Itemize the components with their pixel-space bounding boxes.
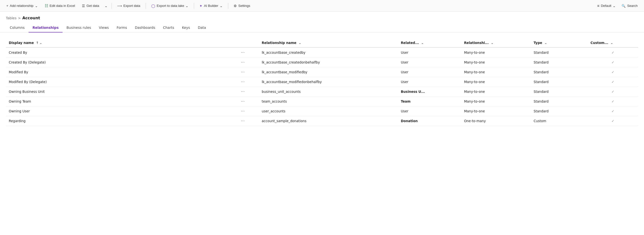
cell-related: User xyxy=(398,77,461,87)
cell-dots-menu[interactable]: ⋯ xyxy=(227,58,258,67)
column-header-relationship-name[interactable]: Relationship name ⌄ xyxy=(259,38,398,48)
tab-business-rules[interactable]: Business rules xyxy=(62,23,95,32)
cell-dots-menu[interactable]: ⋯ xyxy=(227,96,258,106)
breadcrumb-tables-link[interactable]: Tables xyxy=(6,16,16,20)
tab-data[interactable]: Data xyxy=(194,23,210,32)
column-header-relationship-type[interactable]: Relationshi... ⌄ xyxy=(461,38,531,48)
dots-icon[interactable]: ⋯ xyxy=(241,99,245,104)
cell-dots-menu[interactable]: ⋯ xyxy=(227,77,258,87)
get-data-button[interactable]: ☰ Get data xyxy=(80,3,102,9)
ai-builder-chevron: ⌄ xyxy=(220,4,223,8)
cell-custom: ✓ xyxy=(588,96,638,106)
sort-desc-icon-related: ⌄ xyxy=(421,41,424,45)
tab-relationships[interactable]: Relationships xyxy=(28,23,62,32)
cell-type: Standard xyxy=(530,96,588,106)
table-row[interactable]: Owning User⋯user_accountsUserMany-to-one… xyxy=(6,106,638,116)
gear-icon: ⚙ xyxy=(234,4,237,8)
default-chevron: ⌄ xyxy=(613,4,616,8)
cell-relationship-name: lk_accountbase_createdonbehalfby xyxy=(259,58,398,67)
cell-display-name: Created By xyxy=(6,48,227,58)
export-data-button[interactable]: ⟶ Export data xyxy=(114,3,143,9)
cell-display-name: Owning Business Unit xyxy=(6,87,227,96)
table-row[interactable]: Owning Team⋯team_accountsTeamMany-to-one… xyxy=(6,96,638,106)
table-body: Created By⋯lk_accountbase_createdbyUserM… xyxy=(6,48,638,126)
dots-icon[interactable]: ⋯ xyxy=(241,118,245,123)
dots-icon[interactable]: ⋯ xyxy=(241,70,245,74)
export-lake-button[interactable]: ◯ Export to data lake ⌄ xyxy=(149,3,191,9)
tab-columns[interactable]: Columns xyxy=(6,23,28,32)
cell-dots-menu[interactable]: ⋯ xyxy=(227,48,258,58)
cell-related: User xyxy=(398,58,461,67)
dots-icon[interactable]: ⋯ xyxy=(241,50,245,55)
table-header-row: Display name ↑ ⌄ Relationship name ⌄ Rel… xyxy=(6,38,638,48)
cell-relationship-name: lk_accountbase_modifiedby xyxy=(259,67,398,77)
cell-dots-menu[interactable]: ⋯ xyxy=(227,116,258,126)
table-row[interactable]: Modified By⋯lk_accountbase_modifiedbyUse… xyxy=(6,67,638,77)
cell-related: User xyxy=(398,67,461,77)
settings-label: Settings xyxy=(238,4,250,8)
sort-desc-icon-custom: ⌄ xyxy=(610,41,613,45)
get-data-chevron-icon: ⌄ xyxy=(104,4,108,8)
cell-type: Standard xyxy=(530,77,588,87)
column-header-related[interactable]: Related... ⌄ xyxy=(398,38,461,48)
cell-custom: ✓ xyxy=(588,67,638,77)
cell-related: Donation xyxy=(398,116,461,126)
column-header-display-name[interactable]: Display name ↑ ⌄ xyxy=(6,38,227,48)
cell-type: Standard xyxy=(530,87,588,96)
table-row[interactable]: Created By⋯lk_accountbase_createdbyUserM… xyxy=(6,48,638,58)
cell-dots-menu[interactable]: ⋯ xyxy=(227,87,258,96)
tab-views[interactable]: Views xyxy=(95,23,113,32)
toolbar-divider-4 xyxy=(228,3,228,9)
dots-icon[interactable]: ⋯ xyxy=(241,60,245,64)
cell-display-name: Created By (Delegate) xyxy=(6,58,227,67)
checkmark-icon: ✓ xyxy=(612,80,614,84)
cell-relationship-type: Many-to-one xyxy=(461,48,531,58)
export-lake-label: Export to data lake xyxy=(157,4,184,8)
settings-button[interactable]: ⚙ Settings xyxy=(231,3,253,9)
cell-relationship-name: lk_accountbase_modifiedonbehalfby xyxy=(259,77,398,87)
tab-keys[interactable]: Keys xyxy=(178,23,194,32)
edit-excel-label: Edit data in Excel xyxy=(50,4,75,8)
cell-relationship-name: user_accounts xyxy=(259,106,398,116)
cell-relationship-name: team_accounts xyxy=(259,96,398,106)
export-icon: ⟶ xyxy=(117,4,122,8)
edit-excel-button[interactable]: ☷ Edit data in Excel xyxy=(42,2,78,9)
checkmark-icon: ✓ xyxy=(612,109,614,113)
cell-custom: ✓ xyxy=(588,116,638,126)
tab-forms[interactable]: Forms xyxy=(113,23,131,32)
ai-icon: ✦ xyxy=(200,4,202,8)
dots-icon[interactable]: ⋯ xyxy=(241,109,245,113)
column-header-custom[interactable]: Custom... ⌄ xyxy=(588,38,638,48)
table-row[interactable]: Modified By (Delegate)⋯lk_accountbase_mo… xyxy=(6,77,638,87)
add-relationship-chevron: ⌄ xyxy=(35,4,38,8)
tab-dashboards[interactable]: Dashboards xyxy=(131,23,159,32)
sort-icons-relname: ⌄ xyxy=(298,41,301,45)
get-data-label: Get data xyxy=(86,4,99,8)
cell-relationship-type: One-to-many xyxy=(461,116,531,126)
dots-icon[interactable]: ⋯ xyxy=(241,89,245,94)
table-header: Display name ↑ ⌄ Relationship name ⌄ Rel… xyxy=(6,38,638,48)
table-row[interactable]: Created By (Delegate)⋯lk_accountbase_cre… xyxy=(6,58,638,67)
table-row[interactable]: Owning Business Unit⋯business_unit_accou… xyxy=(6,87,638,96)
search-button[interactable]: 🔍 Search xyxy=(619,3,640,9)
cell-display-name: Regarding xyxy=(6,116,227,126)
default-button[interactable]: ≡ Default ⌄ xyxy=(595,2,618,9)
table-row[interactable]: Regarding⋯account_sample_donationsDonati… xyxy=(6,116,638,126)
cell-relationship-type: Many-to-one xyxy=(461,87,531,96)
get-data-chevron-button[interactable]: ⌄ xyxy=(104,3,108,9)
add-relationship-button[interactable]: + Add relationship ⌄ xyxy=(4,3,40,9)
ai-builder-button[interactable]: ✦ AI Builder ⌄ xyxy=(197,3,225,9)
search-label: Search xyxy=(627,4,638,8)
cell-dots-menu[interactable]: ⋯ xyxy=(227,67,258,77)
cell-display-name: Owning Team xyxy=(6,96,227,106)
cell-display-name: Owning User xyxy=(6,106,227,116)
checkmark-icon: ✓ xyxy=(612,70,614,74)
tab-charts[interactable]: Charts xyxy=(159,23,178,32)
excel-icon: ☷ xyxy=(45,4,48,8)
column-header-type[interactable]: Type ⌄ xyxy=(530,38,588,48)
cell-relationship-type: Many-to-one xyxy=(461,106,531,116)
cell-related: Team xyxy=(398,96,461,106)
dots-icon[interactable]: ⋯ xyxy=(241,80,245,84)
add-relationship-label: Add relationship xyxy=(10,4,34,8)
cell-dots-menu[interactable]: ⋯ xyxy=(227,106,258,116)
